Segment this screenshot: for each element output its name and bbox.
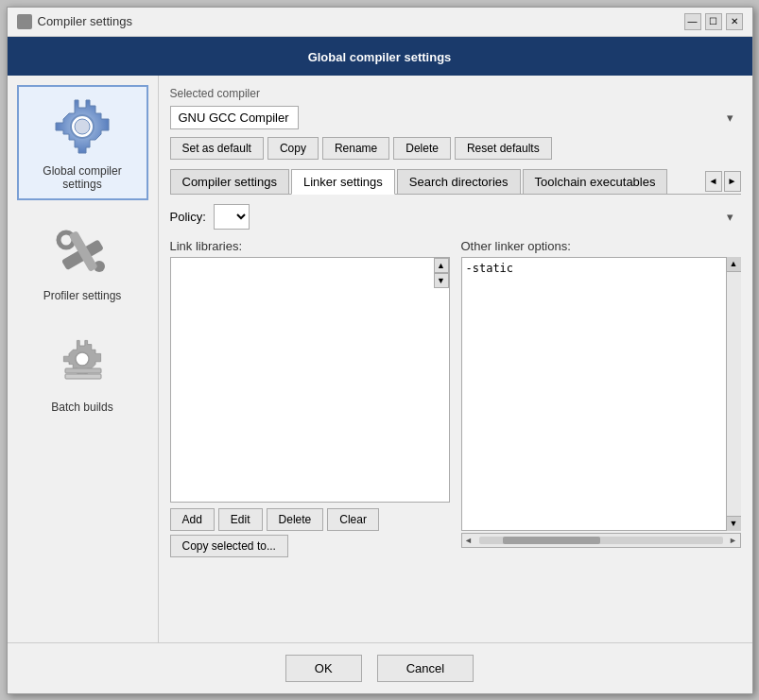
sidebar: Global compiler settings Profiler settin… <box>8 76 159 642</box>
maximize-button[interactable]: ☐ <box>705 13 722 30</box>
other-linker-horiz-scroll[interactable]: ◄ ► <box>461 533 741 548</box>
sidebar-item-global-compiler-settings[interactable]: Global compiler settings <box>17 85 148 200</box>
main-window: Compiler settings — ☐ ✕ Global compiler … <box>7 7 753 694</box>
other-linker-scroll-up[interactable]: ▲ <box>727 257 741 272</box>
link-libraries-label: Link libraries: <box>170 239 450 253</box>
link-libraries-box: ▲ ▼ <box>170 257 450 503</box>
other-linker-label: Other linker options: <box>461 239 741 253</box>
close-button[interactable]: ✕ <box>726 13 743 30</box>
tab-search-directories[interactable]: Search directories <box>397 169 521 194</box>
copy-selected-row: Copy selected to... <box>170 535 450 557</box>
tab-nav-prev[interactable]: ◄ <box>705 171 722 192</box>
ok-button[interactable]: OK <box>285 655 362 682</box>
link-lib-delete-button[interactable]: Delete <box>267 508 324 531</box>
other-linker-scroll-down[interactable]: ▼ <box>727 516 741 531</box>
other-linker-textarea[interactable]: -static <box>461 257 741 531</box>
title-bar-controls: — ☐ ✕ <box>684 13 743 30</box>
settings-tabs: Compiler settings Linker settings Search… <box>170 169 741 195</box>
link-lib-buttons-row: Add Edit Delete Clear <box>170 508 450 531</box>
copy-selected-to-button[interactable]: Copy selected to... <box>170 535 288 557</box>
policy-select[interactable] <box>214 204 250 230</box>
window-icon <box>17 14 32 29</box>
scroll-up-button[interactable]: ▲ <box>434 258 449 273</box>
window-title: Compiler settings <box>38 14 132 28</box>
dialog-footer: OK Cancel <box>8 642 752 693</box>
horiz-scroll-track <box>479 537 723 544</box>
compiler-buttons-row: Set as default Copy Rename Delete Reset … <box>170 137 741 160</box>
tab-toolchain-executables[interactable]: Toolchain executables <box>523 169 668 194</box>
sidebar-label-batch-builds: Batch builds <box>51 401 112 414</box>
other-linker-scrollbar: ▲ ▼ <box>726 257 741 531</box>
compiler-select[interactable]: GNU GCC Compiler <box>170 106 299 129</box>
content-area: Global compiler settings Profiler settin… <box>8 76 752 642</box>
rename-button[interactable]: Rename <box>322 137 389 160</box>
dialog-header: Global compiler settings <box>8 37 752 76</box>
batch-builds-icon <box>49 331 115 397</box>
selected-compiler-label: Selected compiler <box>170 87 741 100</box>
other-linker-wrapper: -static ▲ ▼ <box>461 257 741 531</box>
compiler-row: GNU GCC Compiler <box>170 106 741 129</box>
svg-rect-7 <box>65 368 101 373</box>
compiler-select-wrapper: GNU GCC Compiler <box>170 106 741 129</box>
reset-defaults-button[interactable]: Reset defaults <box>455 137 552 160</box>
linker-columns: Link libraries: ▲ ▼ Add Edit Delete Clea… <box>170 239 741 557</box>
cancel-button[interactable]: Cancel <box>377 655 474 682</box>
global-compiler-settings-icon <box>49 94 115 161</box>
tab-navigation: ◄ ► <box>705 171 741 192</box>
horiz-scroll-thumb <box>503 537 600 544</box>
delete-button[interactable]: Delete <box>393 137 451 160</box>
svg-point-6 <box>76 352 89 366</box>
tab-nav-next[interactable]: ► <box>724 171 741 192</box>
header-title: Global compiler settings <box>308 50 452 64</box>
sidebar-label-profiler-settings: Profiler settings <box>43 289 122 302</box>
edit-button[interactable]: Edit <box>218 508 263 531</box>
sidebar-item-profiler-settings[interactable]: Profiler settings <box>17 210 148 312</box>
horiz-scroll-left[interactable]: ◄ <box>462 536 475 545</box>
title-bar: Compiler settings — ☐ ✕ <box>8 8 752 37</box>
link-libraries-col: Link libraries: ▲ ▼ Add Edit Delete Clea… <box>170 239 450 557</box>
profiler-settings-icon <box>49 219 115 285</box>
tab-compiler-settings[interactable]: Compiler settings <box>170 169 289 194</box>
set-as-default-button[interactable]: Set as default <box>170 137 264 160</box>
add-button[interactable]: Add <box>170 508 215 531</box>
main-panel: Selected compiler GNU GCC Compiler Set a… <box>159 76 752 642</box>
svg-rect-8 <box>65 374 101 379</box>
scrollbar-buttons: ▲ ▼ <box>434 258 449 288</box>
scroll-down-button[interactable]: ▼ <box>434 273 449 288</box>
tab-linker-settings[interactable]: Linker settings <box>291 169 395 195</box>
sidebar-item-batch-builds[interactable]: Batch builds <box>17 321 148 423</box>
minimize-button[interactable]: — <box>684 13 701 30</box>
svg-point-1 <box>75 119 90 134</box>
policy-label: Policy: <box>170 210 206 224</box>
horiz-scroll-right[interactable]: ► <box>727 536 740 545</box>
clear-button[interactable]: Clear <box>327 508 379 531</box>
policy-row: Policy: <box>170 204 741 230</box>
copy-button[interactable]: Copy <box>267 137 319 160</box>
title-bar-left: Compiler settings <box>17 14 132 29</box>
link-libraries-list[interactable] <box>171 258 449 494</box>
policy-select-wrapper <box>214 204 741 230</box>
other-linker-col: Other linker options: -static ▲ ▼ ◄ <box>461 239 741 557</box>
sidebar-label-global-compiler-settings: Global compiler settings <box>26 164 139 191</box>
